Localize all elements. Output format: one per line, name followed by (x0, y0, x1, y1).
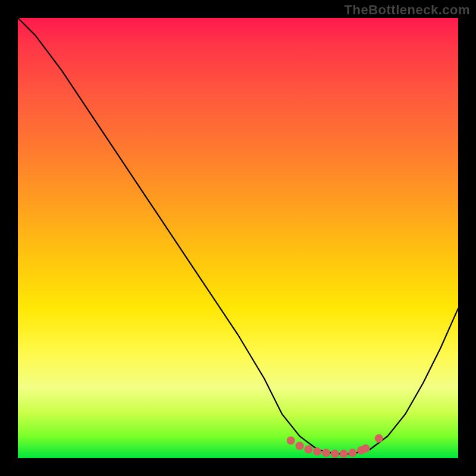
watermark-text: TheBottleneck.com (345, 2, 470, 18)
highlight-point (375, 434, 383, 443)
plot-area (18, 18, 458, 458)
highlight-point (348, 449, 356, 457)
bottleneck-curve-path (18, 18, 458, 454)
highlight-point (362, 444, 370, 453)
highlight-point (340, 450, 348, 458)
chart-svg (18, 18, 458, 458)
highlight-point (313, 447, 321, 456)
highlight-point (296, 441, 304, 450)
highlight-point (322, 449, 330, 457)
highlight-point (304, 445, 312, 453)
highlight-point (331, 450, 339, 458)
highlight-point (287, 436, 295, 444)
chart-frame: TheBottleneck.com (0, 0, 476, 476)
